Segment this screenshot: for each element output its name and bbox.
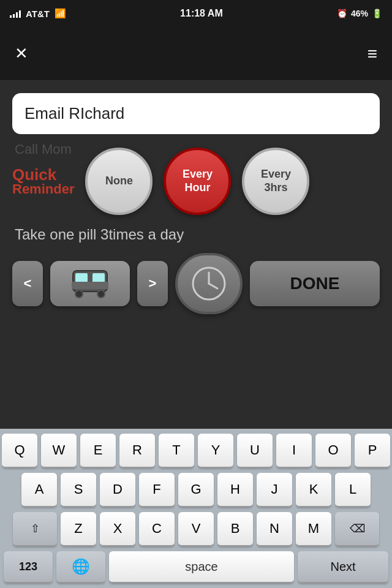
key-P[interactable]: P: [355, 434, 390, 468]
nav-bar: ✕ ≡: [0, 27, 392, 81]
key-I[interactable]: I: [276, 434, 312, 468]
svg-line-8: [209, 284, 217, 288]
key-A[interactable]: A: [21, 473, 57, 507]
svg-rect-3: [72, 282, 108, 289]
key-H[interactable]: H: [217, 473, 253, 507]
keyboard: Q W E R T Y U I O P A S D F G H J K L ⇧ …: [0, 429, 392, 588]
space-key[interactable]: space: [109, 551, 294, 583]
shift-key[interactable]: ⇧: [13, 512, 57, 546]
svg-rect-2: [92, 273, 105, 283]
signal-icon: [10, 9, 21, 18]
key-R[interactable]: R: [119, 434, 155, 468]
done-button[interactable]: DONE: [250, 261, 380, 306]
action-bar: < > DONE: [12, 253, 380, 314]
wifi-icon: 📶: [55, 8, 66, 19]
key-B[interactable]: B: [217, 512, 253, 546]
reminder-row: Quick Reminder None EveryHour Every3hrs: [12, 148, 380, 215]
reminder-every-hour-label: EveryHour: [183, 168, 213, 194]
key-U[interactable]: U: [237, 434, 273, 468]
key-J[interactable]: J: [257, 473, 292, 507]
next-key[interactable]: Next: [298, 551, 388, 583]
next-arrow: >: [149, 276, 157, 292]
status-left: AT&T 📶: [10, 8, 66, 19]
key-W[interactable]: W: [41, 434, 77, 468]
key-M[interactable]: M: [296, 512, 331, 546]
time-label: 11:18 AM: [180, 8, 223, 19]
key-F[interactable]: F: [139, 473, 175, 507]
globe-key[interactable]: 🌐: [56, 551, 105, 583]
task-input-container[interactable]: Email RIchard: [12, 93, 380, 134]
content-area: Email RIchard Call Mom Quick Reminder No…: [0, 81, 392, 324]
prev-arrow: <: [24, 276, 32, 292]
delete-key[interactable]: ⌫: [335, 512, 379, 546]
numbers-key[interactable]: 123: [4, 551, 53, 583]
reminder-none[interactable]: None: [85, 148, 153, 215]
reminder-label: Reminder: [12, 183, 74, 196]
key-G[interactable]: G: [178, 473, 214, 507]
clock-icon: ⏰: [337, 9, 347, 18]
keyboard-row-2: A S D F G H J K L: [0, 473, 392, 507]
battery-icon: 🔋: [372, 9, 382, 18]
key-K[interactable]: K: [296, 473, 331, 507]
quick-reminder-label: Quick Reminder: [12, 167, 74, 196]
keyboard-row-3: ⇧ Z X C V B N M ⌫: [0, 512, 392, 546]
key-Y[interactable]: Y: [198, 434, 233, 468]
keyboard-row-4: 123 🌐 space Next: [0, 551, 392, 583]
bus-button[interactable]: [50, 261, 130, 306]
status-bar: AT&T 📶 11:18 AM ⏰ 46% 🔋: [0, 0, 392, 27]
key-X[interactable]: X: [100, 512, 135, 546]
status-right: ⏰ 46% 🔋: [337, 9, 382, 18]
bus-icon: [70, 268, 110, 299]
key-V[interactable]: V: [178, 512, 214, 546]
quick-label: Quick: [12, 167, 56, 183]
key-Q[interactable]: Q: [2, 434, 37, 468]
menu-button[interactable]: ≡: [368, 44, 377, 64]
prev-icon-btn[interactable]: <: [12, 261, 43, 306]
key-D[interactable]: D: [100, 473, 135, 507]
reminder-every-3hrs-label: Every3hrs: [261, 168, 291, 194]
close-button[interactable]: ✕: [15, 44, 28, 63]
done-label: DONE: [290, 274, 340, 293]
clock-icon: [190, 265, 227, 302]
reminder-every-hour[interactable]: EveryHour: [164, 148, 231, 215]
key-Z[interactable]: Z: [61, 512, 96, 546]
reminder-none-label: None: [105, 175, 133, 188]
keyboard-row-1: Q W E R T Y U I O P: [0, 434, 392, 468]
svg-rect-1: [75, 273, 88, 283]
key-O[interactable]: O: [315, 434, 351, 468]
next-icon-btn[interactable]: >: [137, 261, 168, 306]
key-C[interactable]: C: [139, 512, 175, 546]
reminder-every-3hrs[interactable]: Every3hrs: [242, 148, 309, 215]
task-input-text[interactable]: Email RIchard: [24, 104, 124, 123]
carrier-label: AT&T: [26, 9, 50, 19]
clock-button[interactable]: [175, 253, 243, 314]
svg-point-5: [97, 290, 105, 298]
battery-label: 46%: [351, 9, 368, 18]
key-L[interactable]: L: [335, 473, 371, 507]
key-S[interactable]: S: [61, 473, 96, 507]
svg-point-4: [75, 290, 83, 298]
key-E[interactable]: E: [80, 434, 116, 468]
note-text: Take one pill 3times a day: [12, 226, 380, 243]
key-N[interactable]: N: [257, 512, 292, 546]
key-T[interactable]: T: [159, 434, 194, 468]
